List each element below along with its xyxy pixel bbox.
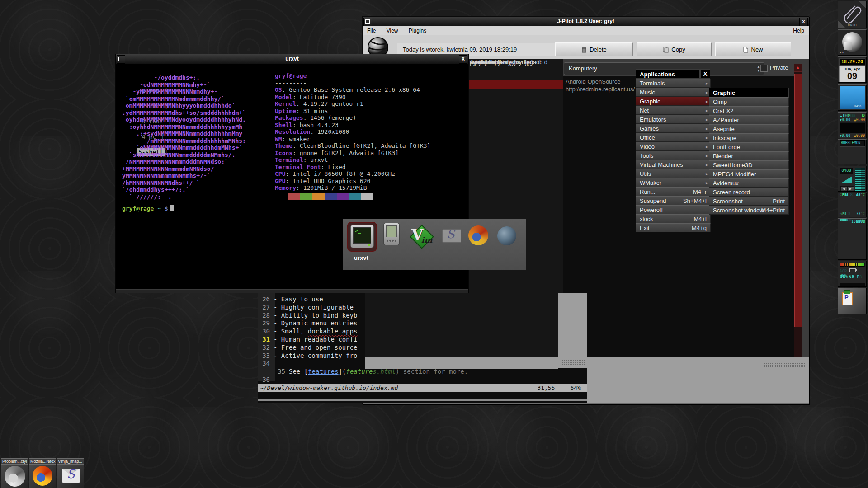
menu-item[interactable]: Blender (709, 151, 789, 160)
dock-jpilot-appicon[interactable]: P (838, 288, 867, 314)
jpilot-window-title: J-Pilot 1.8.2 User: gryf (557, 18, 614, 24)
menu-item[interactable]: Graphic▸ (636, 97, 711, 106)
menu-item[interactable]: Inkscape (709, 133, 789, 142)
submenu-arrow-icon: ▸ (706, 178, 708, 188)
dock-mixer-app[interactable]: 8488 ◀ ▶ (838, 166, 867, 192)
mail-disabled-icon[interactable]: S (440, 225, 463, 247)
terminal-close-button[interactable]: X (459, 55, 467, 64)
menu-item[interactable]: Utils▸ (636, 169, 711, 178)
jpilot-titlebar[interactable]: J-Pilot 1.8.2 User: gryf X (363, 17, 809, 27)
menu-item[interactable]: Avidemux (709, 178, 789, 188)
vim-icon[interactable]: V im (410, 225, 432, 247)
menu-close-button[interactable]: X (700, 69, 710, 79)
menu-file[interactable]: File (363, 26, 380, 34)
dock-clock-app[interactable]: 18:29:20 Tue, Apr 09 (838, 56, 867, 83)
copy-button[interactable]: Copy (637, 42, 712, 56)
vim-window[interactable]: 26- Easy to use 27- Highly configurable … (258, 293, 587, 403)
applications-menu-title[interactable]: Applications (636, 69, 700, 79)
menu-item[interactable]: Emulators▸ (636, 115, 711, 124)
jpilot-miniaturize-button[interactable] (363, 18, 372, 26)
urxvt-terminal-icon[interactable]: >_ (350, 225, 374, 248)
applications-menu: Applications X Terminals▸ Music▸ Graphic… (636, 69, 711, 232)
menu-item[interactable]: SweetHome3D (709, 160, 789, 169)
scroll-up-icon[interactable]: ▲ (794, 64, 802, 72)
firefox-icon[interactable] (468, 225, 488, 245)
palette-swatch (325, 193, 337, 200)
resize-grip[interactable] (562, 360, 585, 365)
features-link[interactable]: features (308, 368, 338, 375)
menu-item[interactable]: FontForge (709, 142, 789, 151)
terminal-titlebar[interactable]: urxvt X (116, 54, 468, 64)
menu-item[interactable]: Gimp (709, 97, 789, 106)
battery-gauge (840, 263, 865, 267)
graphic-submenu: Graphic Gimp GraFX2 AZPainter Aseprite I… (709, 88, 789, 215)
menu-item[interactable]: Video▸ (636, 142, 711, 151)
miniwindow-mozilla-firefox[interactable]: Mozilla...refox (29, 458, 56, 488)
menu-item[interactable]: Run...M4+r (636, 187, 711, 196)
menu-item[interactable]: Terminals▸ (636, 79, 711, 88)
menu-item[interactable]: Poweroff (636, 205, 711, 214)
close-icon: X (802, 19, 805, 24)
miniaturize-icon (365, 19, 370, 24)
menu-item[interactable]: Office▸ (636, 133, 711, 142)
menu-item[interactable]: SusupendSh+M4+l (636, 196, 711, 205)
menu-item[interactable]: ExitM4+q (636, 223, 711, 232)
dock-meter-app[interactable]: 04% (838, 84, 867, 111)
mixer-prev-button[interactable]: ◀ (840, 186, 847, 192)
vim-line-36[interactable]: 36 (258, 376, 274, 384)
menu-item[interactable]: Net▸ (636, 106, 711, 115)
volume-wedge-icon (840, 176, 852, 183)
menu-item[interactable]: AZPainter (709, 115, 789, 124)
graphic-submenu-title[interactable]: Graphic (709, 88, 789, 97)
palm-pda-icon[interactable] (383, 223, 400, 245)
miniwindow-vimja-imap[interactable]: vimja_imap... S (57, 458, 84, 488)
neofetch-info-line: GPU: Intel UHD Graphics 620 (275, 178, 465, 185)
terminal-miniaturize-button[interactable] (117, 55, 125, 64)
private-checkbox[interactable] (760, 65, 768, 72)
jpilot-close-button[interactable]: X (799, 18, 808, 26)
miniwindow-problem[interactable]: Problem...ctyl (1, 458, 28, 488)
blue-meter: 04% (840, 86, 865, 109)
menu-help[interactable]: Help (788, 26, 809, 34)
dock-lcd-monitors[interactable]: X88888888 MOCP88888 BUBBLEMON (838, 139, 867, 164)
jpilot-scrollbar[interactable]: ▲ (794, 64, 802, 357)
terminal-resizebar[interactable] (116, 289, 468, 293)
new-button[interactable]: New (715, 42, 791, 56)
dock-clip[interactable]: main (838, 1, 867, 28)
miniaturize-icon (118, 57, 123, 61)
trash-icon (581, 45, 587, 57)
menu-item[interactable]: Virtual Machines▸ (636, 160, 711, 169)
menu-item[interactable]: WMaker▸ (636, 178, 711, 187)
globe-browser-icon[interactable] (497, 226, 516, 245)
menu-plugins[interactable]: Plugins (404, 26, 431, 34)
vim-line-35[interactable]: 35See [features](features.html) section … (274, 368, 468, 375)
neofetch-info-line: Packages: 1456 (emerge) (275, 114, 465, 122)
menu-item[interactable]: Games▸ (636, 124, 711, 133)
menu-item[interactable]: Aseprite (709, 124, 789, 133)
vim-window-resizebar[interactable] (258, 399, 587, 401)
menu-item[interactable]: Music▸ (636, 88, 711, 97)
scrollbar-thumb[interactable] (794, 74, 802, 327)
dock-battery-monitor[interactable]: ACP 90% 06:58 B8 (838, 261, 867, 287)
weather-row: WND NNW⟲ (840, 219, 865, 224)
dock-gnustep-app[interactable]: ... (838, 29, 867, 56)
neofetch-info-line: Model: Latitude 7390 (275, 94, 465, 101)
menu-item[interactable]: ScreenshotPrint (709, 197, 789, 206)
menu-item[interactable]: Screen record (709, 188, 789, 197)
menu-item[interactable]: GraFX2 (709, 106, 789, 115)
delete-button[interactable]: Delete (555, 42, 633, 56)
menu-item[interactable]: xlockM4+l (636, 214, 711, 223)
neofetch-info-line: --------- (275, 80, 465, 87)
menu-item[interactable]: Screenshot windowM4+Print (709, 206, 789, 215)
menu-view[interactable]: View (382, 26, 403, 34)
neofetch-info-line: Uptime: 31 mins (275, 108, 465, 115)
dock-temperature-monitor[interactable]: CPU1 843°C CPU2 843°C CPU3 843°C CPU4 84… (838, 193, 867, 217)
resize-grip[interactable] (764, 362, 805, 368)
menu-item[interactable]: Tools▸ (636, 151, 711, 160)
mixer-next-button[interactable]: ▶ (847, 186, 854, 192)
shell-prompt[interactable]: gryf@rage ~ $ (122, 205, 174, 212)
combo-spinner-icon[interactable]: ▲▼ (757, 65, 760, 73)
dock-network-monitor[interactable]: ETH0888B ▼0.00▲0.00 ▼0.00▲0.00 (838, 112, 867, 138)
dock-weather-monitor[interactable]: EPWR 2300 TMP 888°C DEW 882°C PRS 1009hP… (838, 218, 867, 260)
menu-item[interactable]: MPEG4 Modifier (709, 169, 789, 178)
